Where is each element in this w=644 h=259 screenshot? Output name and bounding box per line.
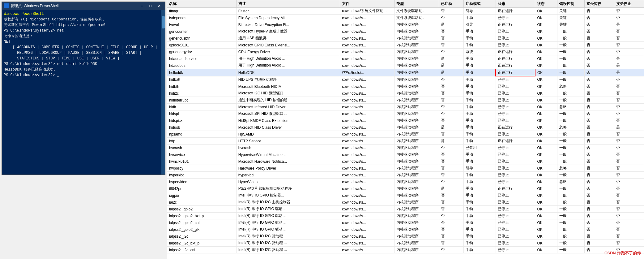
close-button[interactable]: ✕ — [155, 3, 163, 9]
table-row[interactable]: ialpss2i_gpio2Intel(R) 串行 IO GPIO 驱动...c… — [167, 206, 644, 213]
col-header-error_ctrl[interactable]: 错误控制 — [557, 0, 585, 8]
table-row[interactable]: hidirMicrosoft Infrared HID Driverc:\win… — [167, 104, 644, 110]
cell-accept_shutdown: 否 — [614, 138, 644, 145]
cell-accept_shutdown: 否 — [614, 104, 644, 110]
cell-file: c:\windows\s... — [340, 138, 395, 145]
cell-status: 已停止 — [496, 172, 535, 179]
cell-name: ialpss2i_gpio2_bxt_p — [167, 213, 237, 219]
cell-start_mode: 手动 — [463, 206, 496, 213]
cell-status: 已停止 — [496, 158, 535, 165]
table-row[interactable]: gencounterMicrosoft Hyper-V 生成计数器c:\wind… — [167, 28, 644, 35]
table-row[interactable]: hwnclx0101Microsoft Hardware Notifica...… — [167, 158, 644, 165]
table-row[interactable]: ialpss2i_gpio2_glkIntel(R) 串行 IO GPIO 驱动… — [167, 226, 644, 233]
table-row[interactable]: fvevolBitLocker Drive Encryption Fi...c:… — [167, 21, 644, 28]
cell-desc: HpSAMD — [236, 131, 340, 138]
table-row[interactable]: hwpolicyHardware Policy Driverc:\windows… — [167, 165, 644, 172]
table-row[interactable]: hypervideoHyperVideoc:\windows\s...内核驱动程… — [167, 179, 644, 185]
table-row[interactable]: fltmgrFltMgrc:\windows\系统文件驱动...文件系统驱动动.… — [167, 8, 644, 15]
cell-accept_shutdown: 否 — [614, 131, 644, 138]
cell-error_ctrl: 一般 — [557, 172, 585, 179]
window-controls[interactable]: － □ ✕ — [138, 3, 163, 9]
table-row[interactable]: i8042prtPS/2 键盘和鼠标标端口驱动程序c:\windows\s...… — [167, 185, 644, 192]
cell-status: 已停止 — [496, 131, 535, 138]
restore-button[interactable]: □ — [147, 3, 155, 9]
table-row[interactable]: hdaudbus用于 High Definition Audio ...c:\w… — [167, 62, 644, 69]
table-row[interactable]: hidinterrupt通过中断实现的 HID 按钮的通...c:\window… — [167, 97, 644, 104]
col-header-type[interactable]: 类型 — [395, 0, 439, 8]
cell-ok: OK — [535, 55, 557, 62]
cell-name: gpuenergydrv — [167, 49, 237, 55]
table-row[interactable]: httpHTTP Servicec:\windows\s...内核驱动程序是手动… — [167, 138, 644, 145]
cell-status: 已停止 — [496, 151, 535, 158]
cell-desc: Microsoft Bluetooth HID Mi... — [236, 83, 340, 90]
table-row[interactable]: ialpss2i_i2c_cnlIntel(R) 串行 IO I2C 驱动程 .… — [167, 247, 644, 253]
cell-ok: OK — [535, 219, 557, 226]
col-header-accept_shutdown[interactable]: 接受停止 — [614, 0, 644, 8]
table-row[interactable]: hidi2cMicrosoft I2C HID 微型驱口...c:\window… — [167, 90, 644, 97]
table-row[interactable]: hidbthMicrosoft Bluetooth HID Mi...c:\wi… — [167, 83, 644, 90]
cell-start_mode: 手动 — [463, 158, 496, 165]
col-header-accept_stop[interactable]: 接受暂停 — [585, 0, 614, 8]
table-row[interactable]: gpioclx0101Microsoft GPIO Class Extensi.… — [167, 42, 644, 49]
powershell-scrollbar[interactable] — [161, 10, 165, 175]
table-row[interactable]: ialpss2i_i2cIntel(R) 串行 IO I2C 驱动程 ...c:… — [167, 233, 644, 240]
minimize-button[interactable]: － — [138, 3, 146, 9]
table-row[interactable]: hidusbMicrosoft HID Class Driverc:\windo… — [167, 124, 644, 131]
table-row[interactable]: hpsamdHpSAMDc:\windows\s...内核驱动程序否手动已停止O… — [167, 131, 644, 138]
table-row[interactable]: ialpss2i_gpio2_bxt_pIntel(R) 串行 IO GPIO … — [167, 213, 644, 219]
table-row[interactable]: gpuenergydrvGPU Energy Driverc:\windows\… — [167, 49, 644, 55]
table-row[interactable]: hvcrashhvcrashc:\windows\s...内核驱动程序否已禁用已… — [167, 145, 644, 151]
cell-type: 内核驱动程序 — [395, 247, 439, 253]
cell-running: 否 — [439, 76, 463, 83]
ps-line: PS C:\Windows\system32> net — [4, 28, 160, 33]
cell-file: c:\windows\s... — [340, 179, 395, 185]
cell-status: 已停止 — [496, 199, 535, 206]
ps-line: 版权所有 (C) Microsoft Corporation。保留所有权利。 — [4, 17, 160, 22]
cell-status: 已停止 — [496, 192, 535, 199]
cell-accept_stop: 否 — [585, 219, 614, 226]
cell-name: hidinterrupt — [167, 97, 237, 104]
cell-error_ctrl: 一般 — [557, 240, 585, 247]
cell-ok: OK — [535, 233, 557, 240]
col-header-start_mode[interactable]: 启动模式 — [463, 0, 496, 8]
cell-ok: OK — [535, 49, 557, 55]
col-header-running[interactable]: 已启动 — [439, 0, 463, 8]
cell-running: 是 — [439, 185, 463, 192]
table-row[interactable]: hidspicxHidSpi KMDF Class Extensionc:\wi… — [167, 117, 644, 124]
table-row[interactable]: hdaudaddservice用于 High Definition Audio … — [167, 55, 644, 62]
cell-ok: OK — [535, 240, 557, 247]
table-row[interactable]: hvserviceHypervisor/Virtual Machine ...c… — [167, 151, 644, 158]
cell-status: 已停止 — [496, 206, 535, 213]
table-row[interactable]: ialpss2i_i2c_bxt_pIntel(R) 串行 IO I2C 驱动程… — [167, 240, 644, 247]
cell-accept_shutdown: 否 — [614, 110, 644, 117]
cell-ok: OK — [535, 131, 557, 138]
cell-error_ctrl: 一般 — [557, 192, 585, 199]
table-row[interactable]: iagpioIntel 串行 IO GPIO 控制器...c:\windows\… — [167, 192, 644, 199]
table-row[interactable]: fsdependsFile System Dependency Min...c:… — [167, 15, 644, 21]
cell-type: 内核驱动程序 — [395, 165, 439, 172]
services-scroll[interactable]: 名称描述文件类型已启动启动模式状态状态错误控制接受暂停接受停止 fltmgrFl… — [167, 0, 644, 259]
cell-accept_shutdown: 否 — [614, 8, 644, 15]
powershell-window[interactable]: 管理员: Windows PowerShell － □ ✕ Windows Po… — [2, 2, 165, 175]
col-header-file[interactable]: 文件 — [340, 0, 395, 8]
col-header-ok[interactable]: 状态 — [535, 0, 557, 8]
col-header-name[interactable]: 名称 — [167, 0, 237, 8]
table-row[interactable]: genericusbfn通用 USB 函数类c:\windows\s...内核驱… — [167, 35, 644, 42]
cell-start_mode: 手动 — [463, 124, 496, 131]
cell-accept_shutdown: 否 — [614, 206, 644, 213]
col-header-status[interactable]: 状态 — [496, 0, 535, 8]
table-row[interactable]: hidspiMicrosoft SPI HID 微型驱口...c:\window… — [167, 110, 644, 117]
cell-ok: OK — [535, 185, 557, 192]
cell-desc: Intel(R) 串行 IO I2C 主机控制器 — [236, 199, 340, 206]
cell-running: 否 — [439, 192, 463, 199]
table-row[interactable]: iai2cIntel(R) 串行 IO I2C 主机控制器c:\windows\… — [167, 199, 644, 206]
cell-accept_stop: 否 — [585, 76, 614, 83]
cell-running: 否 — [439, 90, 463, 97]
table-row[interactable]: hidbattHID UPS 电池驱动程序c:\windows\s...内核驱动… — [167, 76, 644, 83]
table-row[interactable]: ialpss2i_gpio2_cnlIntel(R) 串行 IO GPIO 驱动… — [167, 219, 644, 226]
table-row[interactable]: hyperkbdhyperkbdc:\windows\s...内核驱动程序否手动… — [167, 172, 644, 179]
cell-running: 否 — [439, 213, 463, 219]
cell-start_mode: 手动 — [463, 15, 496, 21]
table-row[interactable]: helloddkHelloDDK\??\c:\tools\...内核驱动程序是手… — [167, 69, 644, 76]
col-header-desc[interactable]: 描述 — [236, 0, 340, 8]
